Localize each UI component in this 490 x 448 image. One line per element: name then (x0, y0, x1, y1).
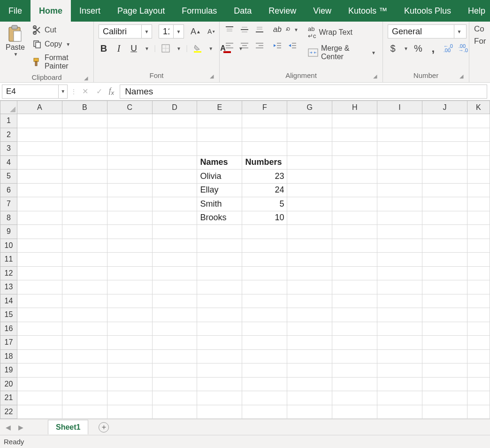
cell[interactable] (422, 294, 467, 308)
cell[interactable] (287, 391, 332, 405)
cell[interactable] (17, 391, 62, 405)
cell[interactable] (287, 183, 332, 197)
chevron-down-icon[interactable]: ▼ (208, 46, 213, 51)
fx-icon[interactable]: fx (106, 86, 117, 96)
cell[interactable] (242, 114, 287, 128)
cell[interactable] (152, 197, 197, 211)
cell[interactable] (197, 336, 242, 350)
cell[interactable] (287, 114, 332, 128)
cell[interactable] (152, 363, 197, 378)
cell[interactable] (377, 239, 422, 253)
cell[interactable] (467, 349, 490, 363)
cell[interactable] (467, 128, 490, 142)
row-header[interactable]: 14 (0, 294, 17, 308)
format-table-partial[interactable]: For (474, 37, 486, 46)
cell[interactable] (242, 142, 287, 156)
cell[interactable] (422, 253, 467, 267)
column-header[interactable]: C (107, 101, 152, 114)
cell[interactable] (17, 183, 62, 197)
cell[interactable] (107, 322, 152, 336)
cell[interactable] (152, 142, 197, 156)
cell[interactable] (17, 253, 62, 267)
cell[interactable]: Numbers (242, 155, 287, 170)
row-header[interactable]: 11 (0, 253, 17, 267)
cell[interactable]: Smith (197, 197, 242, 211)
row-header[interactable]: 7 (0, 197, 17, 211)
cell[interactable] (377, 405, 422, 419)
cell[interactable] (422, 211, 467, 225)
row-header[interactable]: 8 (0, 211, 17, 225)
cell[interactable] (152, 294, 197, 308)
paste-button[interactable]: Paste ▼ (5, 24, 26, 57)
cell[interactable]: 5 (242, 197, 287, 211)
cell[interactable] (332, 197, 377, 211)
cell[interactable] (332, 266, 377, 280)
cell[interactable] (287, 377, 332, 391)
cell[interactable] (377, 336, 422, 350)
cell[interactable] (107, 363, 152, 378)
cell[interactable] (422, 114, 467, 128)
cell[interactable] (422, 349, 467, 363)
font-name-input[interactable] (99, 25, 141, 38)
align-top-button[interactable] (224, 24, 235, 35)
number-format-input[interactable] (388, 25, 454, 38)
cell[interactable] (62, 336, 107, 350)
row-header[interactable]: 1 (0, 114, 17, 128)
dialog-launcher-icon[interactable]: ◢ (459, 73, 463, 79)
cell[interactable] (467, 377, 490, 391)
cell[interactable] (377, 308, 422, 322)
add-sheet-button[interactable]: + (99, 422, 109, 433)
cell[interactable] (332, 225, 377, 239)
font-name-combobox[interactable]: ▼ (99, 24, 152, 39)
cell[interactable] (287, 225, 332, 239)
borders-button[interactable] (161, 43, 171, 54)
row-header[interactable]: 18 (0, 349, 17, 363)
cell[interactable] (197, 239, 242, 253)
comma-format-button[interactable]: , (428, 43, 438, 54)
cell[interactable] (152, 266, 197, 280)
cell[interactable] (242, 225, 287, 239)
decrease-decimal-button[interactable]: .00→.0 (458, 43, 468, 54)
cell[interactable] (17, 239, 62, 253)
format-painter-button[interactable]: Format Painter (31, 53, 89, 71)
cell[interactable] (332, 128, 377, 142)
tab-view[interactable]: View (305, 0, 340, 22)
cut-button[interactable]: Cut (31, 24, 58, 36)
cell[interactable] (422, 128, 467, 142)
cell[interactable]: 24 (242, 183, 287, 197)
chevron-down-icon[interactable]: ▼ (454, 25, 464, 38)
cell[interactable] (332, 377, 377, 391)
cell[interactable] (467, 114, 490, 128)
cell[interactable] (467, 155, 490, 170)
percent-format-button[interactable]: % (413, 43, 423, 54)
cell[interactable] (107, 197, 152, 211)
cell[interactable] (62, 349, 107, 363)
cell[interactable] (62, 211, 107, 225)
cell[interactable] (107, 128, 152, 142)
cell[interactable] (287, 363, 332, 378)
increase-indent-button[interactable] (287, 40, 298, 51)
cell[interactable] (467, 211, 490, 225)
cell[interactable] (287, 308, 332, 322)
cell[interactable] (422, 266, 467, 280)
cell[interactable] (197, 363, 242, 378)
cell[interactable] (287, 170, 332, 184)
column-header[interactable]: K (467, 101, 490, 114)
cell[interactable] (17, 294, 62, 308)
cell[interactable]: 23 (242, 170, 287, 184)
cell[interactable] (107, 377, 152, 391)
cell[interactable] (287, 336, 332, 350)
column-header[interactable]: J (422, 101, 467, 114)
column-header[interactable]: G (287, 101, 332, 114)
tab-kutools[interactable]: Kutools ™ (340, 0, 396, 22)
cell[interactable] (332, 183, 377, 197)
cell[interactable] (422, 142, 467, 156)
cell[interactable] (287, 211, 332, 225)
cell[interactable] (332, 253, 377, 267)
cell[interactable] (152, 280, 197, 294)
align-middle-button[interactable] (239, 24, 250, 35)
cell[interactable] (332, 391, 377, 405)
cell[interactable] (152, 239, 197, 253)
tab-home[interactable]: Home (31, 0, 71, 22)
cell[interactable] (467, 336, 490, 350)
